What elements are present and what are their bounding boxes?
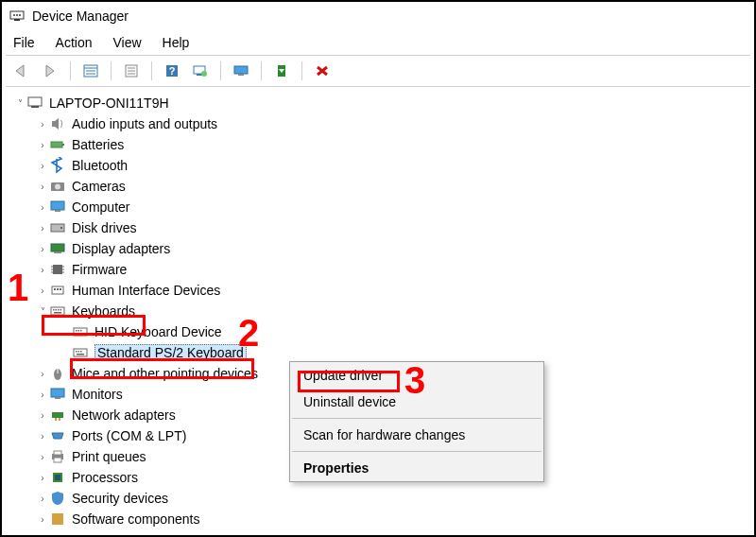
expander-icon[interactable]: ›: [36, 161, 49, 171]
expander-icon[interactable]: ›: [36, 369, 49, 379]
svg-text:?: ?: [169, 65, 176, 77]
expander-icon[interactable]: ›: [36, 514, 49, 525]
svg-rect-41: [54, 288, 56, 290]
category-bluetooth[interactable]: › Bluetooth: [6, 155, 750, 176]
svg-rect-57: [78, 351, 80, 353]
title-bar: Device Manager: [2, 2, 754, 30]
svg-rect-51: [76, 330, 77, 332]
expander-icon[interactable]: ›: [36, 202, 49, 213]
category-audio[interactable]: › Audio inputs and outputs: [6, 113, 750, 134]
monitor-button[interactable]: [229, 60, 253, 82]
back-button[interactable]: [9, 60, 34, 82]
svg-rect-50: [74, 328, 87, 336]
expander-icon[interactable]: ›: [36, 410, 49, 421]
svg-point-17: [201, 71, 207, 77]
expander-icon[interactable]: ›: [36, 223, 49, 234]
svg-point-3: [16, 14, 18, 16]
svg-point-26: [55, 184, 60, 190]
node-label-selected: Standard PS/2 Keyboard: [94, 344, 247, 361]
menu-properties[interactable]: Properties: [290, 455, 543, 481]
node-label: Processors: [72, 470, 138, 485]
expander-icon[interactable]: ›: [36, 431, 49, 442]
toolbar: ?: [2, 56, 754, 86]
expander-icon[interactable]: ›: [36, 119, 49, 130]
svg-rect-27: [51, 201, 64, 210]
svg-point-2: [13, 14, 15, 16]
svg-rect-66: [59, 418, 60, 421]
camera-icon: [49, 178, 66, 195]
toolbar-separator: [220, 61, 221, 80]
svg-rect-46: [56, 309, 58, 311]
security-icon: [49, 490, 66, 507]
expander-icon[interactable]: ›: [36, 140, 49, 150]
menu-help[interactable]: Help: [163, 35, 190, 50]
expander-icon[interactable]: ›: [36, 265, 49, 275]
expander-icon[interactable]: ›: [36, 182, 49, 192]
app-icon: [9, 9, 25, 24]
category-keyboards[interactable]: ˅ Keyboards: [6, 301, 750, 321]
toolbar-separator: [151, 61, 152, 80]
context-menu: Update driver Uninstall device Scan for …: [289, 361, 544, 482]
svg-rect-43: [60, 288, 61, 290]
menu-separator: [292, 451, 541, 452]
node-label: Cameras: [72, 179, 126, 194]
mouse-icon: [49, 365, 66, 382]
window-title: Device Manager: [32, 9, 129, 24]
category-security[interactable]: › Security devices: [6, 488, 750, 509]
expander-icon[interactable]: ›: [36, 286, 49, 296]
keyboard-icon: [72, 344, 89, 361]
category-batteries[interactable]: › Batteries: [6, 134, 750, 155]
category-display[interactable]: › Display adapters: [6, 238, 750, 259]
expander-icon[interactable]: ˅: [36, 306, 49, 317]
node-label: Bluetooth: [72, 158, 128, 173]
svg-rect-47: [58, 309, 60, 311]
category-computer[interactable]: › Computer: [6, 197, 750, 217]
category-hid[interactable]: › Human Interface Devices: [6, 280, 750, 301]
svg-rect-22: [31, 106, 39, 108]
category-firmware[interactable]: › Firmware: [6, 259, 750, 280]
menu-update-driver[interactable]: Update driver: [290, 362, 543, 389]
category-disk[interactable]: › Disk drives: [6, 217, 750, 238]
node-label: HID Keyboard Device: [94, 324, 222, 339]
expander-icon[interactable]: ›: [36, 390, 49, 400]
device-ps2-keyboard[interactable]: Standard PS/2 Keyboard: [6, 342, 750, 363]
printer-icon: [49, 448, 66, 465]
expander-icon[interactable]: ›: [36, 452, 49, 462]
delete-button[interactable]: [310, 60, 335, 82]
svg-rect-44: [51, 307, 64, 315]
toolbar-separator: [301, 61, 302, 80]
properties-button[interactable]: [119, 60, 144, 82]
expander-icon[interactable]: ›: [36, 494, 49, 504]
node-label: Ports (COM & LPT): [72, 428, 186, 443]
forward-button[interactable]: [38, 60, 62, 82]
menu-view[interactable]: View: [112, 35, 141, 50]
svg-rect-52: [78, 330, 80, 332]
svg-rect-69: [54, 458, 61, 462]
svg-rect-48: [60, 309, 62, 311]
install-button[interactable]: [269, 60, 294, 82]
toolbar-separator: [111, 61, 112, 80]
category-cameras[interactable]: › Cameras: [6, 176, 750, 197]
help-button[interactable]: ?: [160, 60, 184, 82]
menu-action[interactable]: Action: [56, 35, 93, 50]
expander-icon[interactable]: ›: [36, 473, 49, 483]
category-software[interactable]: › Software components: [6, 509, 750, 529]
list-button[interactable]: [78, 60, 103, 82]
menu-file[interactable]: File: [13, 35, 35, 50]
svg-rect-58: [80, 351, 82, 353]
scan-monitor-button[interactable]: [188, 60, 213, 82]
device-hid-keyboard[interactable]: HID Keyboard Device: [6, 321, 750, 342]
expander-icon[interactable]: ›: [36, 244, 49, 254]
svg-rect-53: [80, 330, 82, 332]
node-label: Security devices: [72, 491, 168, 506]
expander-icon[interactable]: ˅: [13, 98, 26, 109]
node-label: Firmware: [72, 262, 127, 277]
svg-rect-24: [62, 144, 64, 146]
display-adapter-icon: [49, 240, 66, 257]
keyboard-icon: [49, 303, 66, 320]
menu-scan-hardware[interactable]: Scan for hardware changes: [290, 422, 543, 448]
menu-uninstall-device[interactable]: Uninstall device: [290, 389, 543, 415]
node-label: Software components: [72, 511, 199, 527]
tree-root[interactable]: ˅ LAPTOP-ONI11T9H: [6, 93, 750, 113]
chip-icon: [49, 261, 66, 278]
